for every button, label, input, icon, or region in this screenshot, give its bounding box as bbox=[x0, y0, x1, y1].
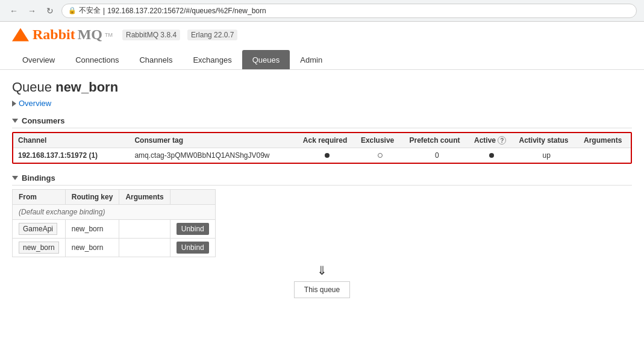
cell-ack-required bbox=[298, 148, 356, 163]
erlang-version: Erlang 22.0.7 bbox=[187, 30, 237, 40]
cell-routing-key-gameapi: new_born bbox=[65, 220, 119, 239]
triangle-right-icon bbox=[12, 101, 16, 107]
nav-item-channels[interactable]: Channels bbox=[129, 50, 183, 69]
logo-mq: MQ bbox=[78, 27, 102, 43]
active-help-icon[interactable]: ? bbox=[498, 136, 506, 145]
cell-from-gameapi: GameApi bbox=[13, 220, 66, 239]
col-header-activity-status: Activity status bbox=[514, 133, 579, 148]
cell-unbind-gameapi: Unbind bbox=[170, 220, 215, 239]
cell-channel: 192.168.137.1:51972 (1) bbox=[13, 148, 130, 163]
cell-arguments bbox=[579, 148, 631, 163]
consumers-table-wrapper: Channel Consumer tag Ack required Exclus… bbox=[12, 132, 632, 164]
nav-item-connections[interactable]: Connections bbox=[65, 50, 129, 69]
cell-exclusive bbox=[356, 148, 405, 163]
col-header-prefetch: Prefetch count bbox=[404, 133, 469, 148]
active-dot bbox=[489, 153, 494, 158]
exclusive-dot bbox=[378, 153, 383, 158]
arrow-section: ⇓ This queue bbox=[12, 263, 632, 298]
consumers-section-title: Consumers bbox=[22, 116, 65, 125]
table-row: GameApi new_born Unbind bbox=[13, 220, 216, 239]
page-content: Queue new_born Overview Consumers Channe… bbox=[0, 70, 644, 315]
app-logo: RabbitMQTM bbox=[12, 27, 113, 43]
version-info: RabbitMQ 3.8.4 Erlang 22.0.7 bbox=[122, 30, 237, 40]
col-header-from: From bbox=[13, 190, 66, 205]
col-header-routing-key: Routing key bbox=[65, 190, 119, 205]
nav-item-queues[interactable]: Queues bbox=[242, 50, 290, 69]
cell-unbind-newborn: Unbind bbox=[170, 239, 215, 257]
bindings-section-title: Bindings bbox=[22, 173, 55, 183]
consumers-section: Consumers Channel Consumer tag Ack requi… bbox=[12, 114, 632, 164]
title-prefix: Queue bbox=[12, 80, 52, 95]
default-exchange-row: (Default exchange binding) bbox=[13, 205, 216, 220]
cell-consumer-tag: amq.ctag-3pQMW0BbN1Q1ANShgJV09w bbox=[130, 148, 298, 163]
bindings-section: Bindings From Routing key Arguments (Def… bbox=[12, 171, 632, 298]
col-header-arguments: Arguments bbox=[579, 133, 631, 148]
rabbitmq-version: RabbitMQ 3.8.4 bbox=[122, 30, 180, 40]
default-exchange-label: (Default exchange binding) bbox=[13, 205, 216, 220]
queue-name: new_born bbox=[55, 80, 118, 95]
bindings-table: From Routing key Arguments (Default exch… bbox=[12, 189, 216, 257]
from-gameapi-badge: GameApi bbox=[19, 223, 57, 235]
back-button[interactable]: ← bbox=[7, 4, 20, 17]
main-nav: Overview Connections Channels Exchanges … bbox=[12, 50, 632, 69]
url-display: 192.168.137.220:15672/#/queues/%2F/new_b… bbox=[107, 7, 266, 15]
down-arrow-icon: ⇓ bbox=[317, 263, 327, 278]
nav-item-exchanges[interactable]: Exchanges bbox=[183, 50, 242, 69]
rabbit-icon bbox=[12, 28, 29, 42]
unbind-newborn-button[interactable]: Unbind bbox=[177, 242, 209, 254]
cell-active bbox=[469, 148, 514, 163]
security-icon: 🔒 bbox=[68, 7, 77, 14]
overview-link[interactable]: Overview bbox=[12, 99, 632, 108]
table-row: 192.168.137.1:51972 (1) amq.ctag-3pQMW0B… bbox=[13, 148, 631, 163]
nav-item-overview[interactable]: Overview bbox=[12, 50, 65, 69]
cell-prefetch-count: 0 bbox=[404, 148, 469, 163]
col-header-ack: Ack required bbox=[298, 133, 356, 148]
cell-activity-status: up bbox=[514, 148, 579, 163]
security-label: 不安全 bbox=[79, 5, 101, 16]
col-header-binding-arguments: Arguments bbox=[119, 190, 170, 205]
nav-item-admin[interactable]: Admin bbox=[290, 50, 333, 69]
col-header-channel: Channel bbox=[13, 133, 130, 148]
this-queue-box: This queue bbox=[294, 281, 350, 298]
col-header-unbind-action bbox=[170, 190, 215, 205]
unbind-gameapi-button[interactable]: Unbind bbox=[177, 223, 209, 235]
collapse-bindings-icon bbox=[12, 176, 18, 180]
browser-chrome: ← → ↻ 🔒 不安全 | 192.168.137.220:15672/#/qu… bbox=[0, 0, 644, 22]
bindings-section-header[interactable]: Bindings bbox=[12, 171, 632, 186]
consumers-table-header-row: Channel Consumer tag Ack required Exclus… bbox=[13, 133, 631, 148]
refresh-button[interactable]: ↻ bbox=[43, 4, 57, 17]
consumers-section-header[interactable]: Consumers bbox=[12, 114, 632, 128]
address-bar[interactable]: 🔒 不安全 | 192.168.137.220:15672/#/queues/%… bbox=[61, 4, 637, 18]
cell-from-newborn: new_born bbox=[13, 239, 66, 257]
bindings-header-row: From Routing key Arguments bbox=[13, 190, 216, 205]
cell-arguments-newborn bbox=[119, 239, 170, 257]
cell-routing-key-newborn: new_born bbox=[65, 239, 119, 257]
col-header-active: Active ? bbox=[469, 133, 514, 148]
forward-button[interactable]: → bbox=[25, 4, 39, 17]
page-title: Queue new_born bbox=[12, 80, 632, 95]
ack-required-dot bbox=[325, 153, 330, 158]
logo-tm: TM bbox=[105, 32, 113, 38]
cell-arguments-gameapi bbox=[119, 220, 170, 239]
logo-rabbit: Rabbit bbox=[33, 27, 75, 43]
overview-link-label: Overview bbox=[19, 99, 51, 108]
table-row: new_born new_born Unbind bbox=[13, 239, 216, 257]
col-header-exclusive: Exclusive bbox=[356, 133, 405, 148]
col-header-consumer-tag: Consumer tag bbox=[130, 133, 298, 148]
app-header: RabbitMQTM RabbitMQ 3.8.4 Erlang 22.0.7 … bbox=[0, 22, 644, 70]
consumers-table: Channel Consumer tag Ack required Exclus… bbox=[13, 133, 631, 163]
from-newborn-badge: new_born bbox=[19, 242, 59, 254]
collapse-consumers-icon bbox=[12, 119, 18, 123]
